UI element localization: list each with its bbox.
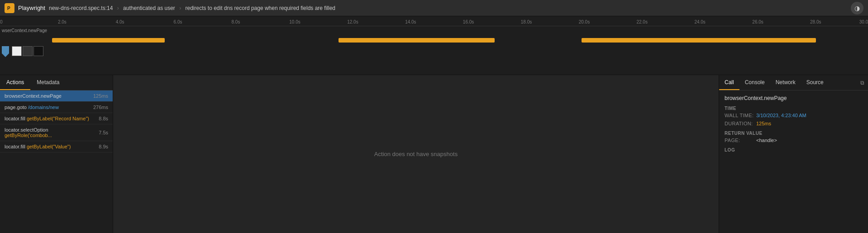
timeline-bar-1[interactable] <box>52 38 165 43</box>
actions-list: browserContext.newPage 125ms page.goto /… <box>0 90 113 233</box>
theme-toggle-button[interactable]: ◑ <box>851 2 863 14</box>
tick-14s: 14.0s <box>405 19 416 24</box>
main-area: Actions Metadata browserContext.newPage … <box>0 75 868 233</box>
action-duration-2: 8.8s <box>99 116 108 121</box>
detail-value-walltime: 3/10/2023, 4:23:40 AM <box>756 113 806 118</box>
breadcrumb-context: authenticated as user <box>123 5 175 11</box>
thumbnail-3 <box>33 46 43 56</box>
empty-state-message: Action does not have snapshots <box>374 151 458 157</box>
thumbnail-2 <box>23 46 33 56</box>
detail-value-duration: 125ms <box>756 121 771 126</box>
action-name-0: browserContext.newPage <box>5 93 62 99</box>
action-name-4: locator.fill getByLabel("Value") <box>5 144 71 149</box>
breadcrumb: new-dns-record.spec.ts:14 › authenticate… <box>49 5 847 11</box>
right-panel: Call Console Network Source ⧉ browserCon… <box>719 75 868 233</box>
thumbnail-1 <box>12 46 22 56</box>
tick-10s: 10.0s <box>289 19 300 24</box>
svg-marker-2 <box>2 46 9 57</box>
left-panel: Actions Metadata browserContext.newPage … <box>0 75 113 233</box>
section-time: TIME <box>725 106 863 111</box>
breadcrumb-file: new-dns-record.spec.ts:14 <box>49 5 113 11</box>
tick-2s: 2.0s <box>58 19 67 24</box>
right-panel-body: browserContext.newPage TIME wall time: 3… <box>719 90 868 233</box>
action-name-3: locator.selectOption getByRole('combob..… <box>5 127 95 138</box>
detail-label-walltime: wall time: <box>725 113 756 118</box>
external-link-button[interactable]: ⧉ <box>857 75 868 90</box>
action-item-locator-fill-2[interactable]: locator.fill getByLabel("Value") 8.9s <box>0 141 113 152</box>
detail-duration: duration: 125ms <box>725 121 863 126</box>
tab-source[interactable]: Source <box>801 75 829 90</box>
timeline-track: wserContext.newPage <box>0 26 868 75</box>
breadcrumb-sep1: › <box>117 5 119 11</box>
tick-20s: 20.0s <box>579 19 590 24</box>
timeline-bars <box>0 36 868 44</box>
action-item-browsercontext-newpage[interactable]: browserContext.newPage 125ms <box>0 90 113 102</box>
tick-24s: 24.0s <box>694 19 705 24</box>
svg-text:P: P <box>7 6 10 11</box>
tick-22s: 22.0s <box>636 19 647 24</box>
breadcrumb-sep2: › <box>179 5 181 11</box>
detail-label-page: page: <box>725 138 756 143</box>
action-duration-3: 7.5s <box>99 130 108 135</box>
theme-icon: ◑ <box>854 5 860 12</box>
breadcrumb-description: redirects to edit dns record page when r… <box>186 5 336 11</box>
detail-page: page: <handle> <box>725 138 863 143</box>
tab-call[interactable]: Call <box>719 75 739 90</box>
timeline-cursor <box>2 46 9 58</box>
call-title: browserContext.newPage <box>725 95 863 101</box>
timeline-bar-2[interactable] <box>339 38 495 43</box>
action-item-page-goto[interactable]: page.goto /domains/new 276ms <box>0 102 113 113</box>
action-duration-0: 125ms <box>93 93 108 99</box>
app-name: Playwright <box>18 5 45 11</box>
playwright-logo: P <box>5 3 14 13</box>
action-item-locator-fill-1[interactable]: locator.fill getByLabel("Record Name") 8… <box>0 113 113 124</box>
tick-26s: 26.0s <box>752 19 763 24</box>
tick-30s: 30.0s <box>859 19 868 24</box>
timeline-thumbnails <box>12 46 43 56</box>
action-duration-1: 276ms <box>93 105 108 110</box>
section-return-value: RETURN VALUE <box>725 131 863 136</box>
tick-12s: 12.0s <box>347 19 358 24</box>
action-item-locator-selectoption[interactable]: locator.selectOption getByRole('combob..… <box>0 124 113 141</box>
tick-16s: 16.0s <box>463 19 474 24</box>
center-panel: Action does not have snapshots <box>113 75 719 233</box>
timeline-area: 0 2.0s 4.0s 6.0s 8.0s 10.0s 12.0s 14.0s … <box>0 16 868 75</box>
tab-network[interactable]: Network <box>770 75 801 90</box>
external-link-icon: ⧉ <box>860 80 864 86</box>
action-name-1: page.goto /domains/new <box>5 105 59 110</box>
header-bar: P Playwright new-dns-record.spec.ts:14 ›… <box>0 0 868 16</box>
right-panel-tabs: Call Console Network Source ⧉ <box>719 75 868 90</box>
tab-metadata[interactable]: Metadata <box>30 75 66 90</box>
tick-8s: 8.0s <box>232 19 240 24</box>
timeline-ruler: 0 2.0s 4.0s 6.0s 8.0s 10.0s 12.0s 14.0s … <box>0 16 868 26</box>
timeline-bar-3[interactable] <box>582 38 816 43</box>
tick-0: 0 <box>0 19 3 24</box>
timeline-row-label: wserContext.newPage <box>2 28 47 33</box>
left-panel-tabs: Actions Metadata <box>0 75 113 90</box>
action-name-2: locator.fill getByLabel("Record Name") <box>5 116 89 121</box>
detail-value-page: <handle> <box>756 138 777 143</box>
section-log: LOG <box>725 147 863 152</box>
tick-28s: 28.0s <box>810 19 821 24</box>
tick-4s: 4.0s <box>116 19 124 24</box>
detail-label-duration: duration: <box>725 121 756 126</box>
tab-actions[interactable]: Actions <box>0 75 30 90</box>
detail-walltime: wall time: 3/10/2023, 4:23:40 AM <box>725 113 863 118</box>
tick-6s: 6.0s <box>174 19 182 24</box>
action-duration-4: 8.9s <box>99 144 108 149</box>
tab-console[interactable]: Console <box>739 75 770 90</box>
tick-18s: 18.0s <box>521 19 532 24</box>
